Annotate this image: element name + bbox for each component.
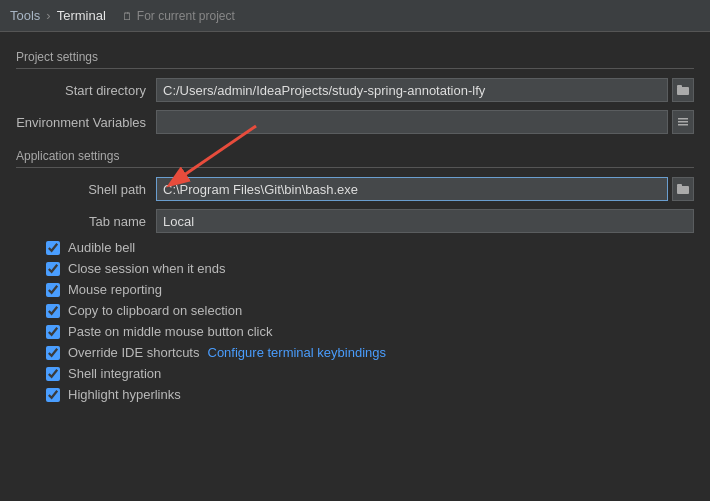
shell-path-section: Shell path	[16, 176, 694, 202]
env-vars-input-wrap	[156, 110, 694, 134]
checkbox-row-highlight-hyperlinks: Highlight hyperlinks	[16, 387, 694, 402]
checkboxes-container: Audible bellClose session when it endsMo…	[16, 240, 694, 402]
list-icon	[677, 116, 689, 128]
env-vars-input[interactable]	[156, 110, 668, 134]
shell-path-browse-button[interactable]	[672, 177, 694, 201]
checkbox-audible-bell[interactable]	[46, 241, 60, 255]
tools-label: Tools	[10, 8, 40, 23]
settings-content: Project settings Start directory Environ…	[0, 32, 710, 418]
folder-icon	[677, 84, 689, 96]
checkbox-label-paste-middle[interactable]: Paste on middle mouse button click	[68, 324, 273, 339]
checkbox-label-mouse-reporting[interactable]: Mouse reporting	[68, 282, 162, 297]
checkbox-override-ide[interactable]	[46, 346, 60, 360]
checkbox-label-override-ide[interactable]: Override IDE shortcuts	[68, 345, 200, 360]
checkbox-row-close-session: Close session when it ends	[16, 261, 694, 276]
shell-path-input-wrap	[156, 177, 694, 201]
checkbox-highlight-hyperlinks[interactable]	[46, 388, 60, 402]
svg-rect-1	[677, 85, 682, 88]
tab-name-row: Tab name	[16, 208, 694, 234]
start-directory-label: Start directory	[16, 83, 156, 98]
checkbox-paste-middle[interactable]	[46, 325, 60, 339]
env-vars-row: Environment Variables	[16, 109, 694, 135]
checkbox-row-paste-middle: Paste on middle mouse button click	[16, 324, 694, 339]
checkbox-label-close-session[interactable]: Close session when it ends	[68, 261, 226, 276]
env-vars-label: Environment Variables	[16, 115, 156, 130]
checkbox-mouse-reporting[interactable]	[46, 283, 60, 297]
breadcrumb-separator: ›	[46, 8, 50, 23]
checkbox-close-session[interactable]	[46, 262, 60, 276]
tab-name-input[interactable]	[156, 209, 694, 233]
tab-name-input-wrap	[156, 209, 694, 233]
start-directory-row: Start directory	[16, 77, 694, 103]
checkbox-copy-clipboard[interactable]	[46, 304, 60, 318]
checkbox-label-audible-bell[interactable]: Audible bell	[68, 240, 135, 255]
start-directory-input-wrap	[156, 78, 694, 102]
checkbox-row-shell-integration: Shell integration	[16, 366, 694, 381]
checkbox-row-audible-bell: Audible bell	[16, 240, 694, 255]
checkbox-row-mouse-reporting: Mouse reporting	[16, 282, 694, 297]
start-directory-input[interactable]	[156, 78, 668, 102]
tab-name-label: Tab name	[16, 214, 156, 229]
project-settings-header: Project settings	[16, 50, 694, 69]
checkbox-label-shell-integration[interactable]: Shell integration	[68, 366, 161, 381]
checkbox-label-highlight-hyperlinks[interactable]: Highlight hyperlinks	[68, 387, 181, 402]
shell-path-row: Shell path	[16, 176, 694, 202]
env-vars-browse-button[interactable]	[672, 110, 694, 134]
shell-path-label: Shell path	[16, 182, 156, 197]
document-icon: 🗒	[122, 10, 133, 22]
checkbox-row-copy-clipboard: Copy to clipboard on selection	[16, 303, 694, 318]
checkbox-label-copy-clipboard[interactable]: Copy to clipboard on selection	[68, 303, 242, 318]
svg-rect-8	[677, 184, 682, 187]
svg-rect-7	[677, 186, 689, 194]
folder-icon-2	[677, 183, 689, 195]
checkbox-row-override-ide: Override IDE shortcutsConfigure terminal…	[16, 345, 694, 360]
shell-path-input[interactable]	[156, 177, 668, 201]
project-label: 🗒 For current project	[122, 9, 235, 23]
application-settings-header: Application settings	[16, 149, 694, 168]
svg-rect-2	[678, 118, 688, 120]
svg-rect-4	[678, 124, 688, 126]
svg-rect-0	[677, 87, 689, 95]
terminal-label: Terminal	[57, 8, 106, 23]
configure-keybindings-link[interactable]: Configure terminal keybindings	[208, 345, 386, 360]
title-bar: Tools › Terminal 🗒 For current project	[0, 0, 710, 32]
checkbox-shell-integration[interactable]	[46, 367, 60, 381]
svg-rect-3	[678, 121, 688, 123]
start-directory-browse-button[interactable]	[672, 78, 694, 102]
for-current-project-text: For current project	[137, 9, 235, 23]
